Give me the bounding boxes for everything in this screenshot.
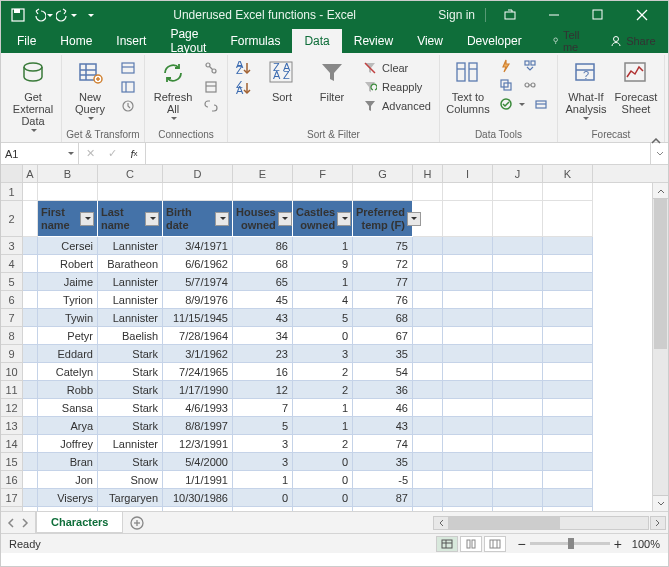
sort-za-button[interactable]: ZA bbox=[232, 79, 256, 97]
table-header-first[interactable]: First name bbox=[38, 201, 98, 237]
table-row[interactable]: 8PetyrBaelish7/28/196434067 bbox=[1, 327, 668, 345]
table-header-last[interactable]: Last name bbox=[98, 201, 163, 237]
redo-button[interactable] bbox=[55, 4, 77, 26]
forecast-sheet-button[interactable]: Forecast Sheet bbox=[612, 55, 660, 117]
tab-tellme[interactable]: Tell me bbox=[540, 29, 597, 53]
filter-dropdown[interactable] bbox=[215, 212, 229, 226]
cancel-formula-button[interactable]: ✕ bbox=[79, 147, 101, 160]
table-row[interactable]: 16JonSnow1/1/199110-5 bbox=[1, 471, 668, 489]
enter-formula-button[interactable]: ✓ bbox=[101, 147, 123, 160]
table-header-houses[interactable]: Houses owned bbox=[233, 201, 293, 237]
view-pagelayout-button[interactable] bbox=[460, 536, 482, 552]
table-row[interactable]: 15BranStark5/4/20003035 bbox=[1, 453, 668, 471]
undo-button[interactable] bbox=[31, 4, 53, 26]
table-row[interactable]: 18DaenerysTargaryen12/31/198800212 bbox=[1, 507, 668, 511]
flash-fill-button[interactable] bbox=[494, 57, 518, 75]
tab-view[interactable]: View bbox=[405, 29, 455, 53]
table-row[interactable]: 10CatelynStark7/24/196516254 bbox=[1, 363, 668, 381]
spreadsheet-grid[interactable]: A B C D E F G H I J K 12First nameLast n… bbox=[1, 165, 668, 511]
vertical-scrollbar[interactable] bbox=[652, 183, 668, 511]
properties-button[interactable] bbox=[199, 78, 223, 96]
data-validation-button[interactable] bbox=[494, 95, 529, 113]
new-sheet-button[interactable] bbox=[123, 512, 151, 533]
zoom-out-button[interactable]: − bbox=[517, 536, 525, 552]
tab-share[interactable]: Share bbox=[596, 29, 669, 53]
close-button[interactable] bbox=[622, 1, 662, 29]
insert-function-button[interactable]: fx bbox=[123, 148, 145, 160]
tab-review[interactable]: Review bbox=[342, 29, 405, 53]
col-A[interactable]: A bbox=[23, 165, 38, 182]
filter-dropdown[interactable] bbox=[278, 212, 292, 226]
relationships-button[interactable] bbox=[518, 76, 542, 94]
table-row[interactable]: 12SansaStark4/6/19937146 bbox=[1, 399, 668, 417]
reapply-button[interactable]: Reapply bbox=[358, 78, 435, 96]
table-row[interactable]: 17ViserysTargaryen10/30/19860087 bbox=[1, 489, 668, 507]
tab-file[interactable]: File bbox=[5, 29, 48, 53]
sheet-nav-prev[interactable] bbox=[7, 518, 15, 528]
table-row[interactable]: 11RobbStark1/17/199012236 bbox=[1, 381, 668, 399]
recent-sources-button[interactable] bbox=[116, 97, 140, 115]
tab-insert[interactable]: Insert bbox=[104, 29, 158, 53]
table-header-birth[interactable]: Birth date bbox=[163, 201, 233, 237]
name-box-input[interactable] bbox=[5, 148, 55, 160]
col-K[interactable]: K bbox=[543, 165, 593, 182]
new-query-button[interactable]: New Query bbox=[66, 55, 114, 122]
get-external-data-button[interactable]: Get External Data bbox=[9, 55, 57, 134]
view-normal-button[interactable] bbox=[436, 536, 458, 552]
tab-data[interactable]: Data bbox=[292, 29, 341, 53]
manage-data-model-button[interactable] bbox=[529, 95, 553, 113]
consolidate-button[interactable] bbox=[518, 57, 542, 75]
sort-az-button[interactable]: AZ bbox=[232, 59, 256, 77]
minimize-button[interactable] bbox=[534, 1, 574, 29]
col-C[interactable]: C bbox=[98, 165, 163, 182]
col-D[interactable]: D bbox=[163, 165, 233, 182]
sheet-tab-characters[interactable]: Characters bbox=[36, 512, 123, 533]
col-E[interactable]: E bbox=[233, 165, 293, 182]
table-header-castles[interactable]: Castles owned bbox=[293, 201, 353, 237]
table-header-temp[interactable]: Preferred temp (F) bbox=[353, 201, 413, 237]
formula-bar-input[interactable] bbox=[150, 148, 646, 160]
horizontal-scrollbar[interactable] bbox=[151, 512, 668, 533]
ribbon-collapse-button[interactable] bbox=[648, 135, 664, 147]
col-G[interactable]: G bbox=[353, 165, 413, 182]
maximize-button[interactable] bbox=[578, 1, 618, 29]
whatif-analysis-button[interactable]: ?What-If Analysis bbox=[562, 55, 610, 122]
advanced-button[interactable]: Advanced bbox=[358, 97, 435, 115]
tab-pagelayout[interactable]: Page Layout bbox=[158, 29, 218, 53]
edit-links-button[interactable] bbox=[199, 97, 223, 115]
qat-customize[interactable] bbox=[79, 4, 101, 26]
col-B[interactable]: B bbox=[38, 165, 98, 182]
table-row[interactable]: 3CerseiLannister3/4/197186175 bbox=[1, 237, 668, 255]
ribbon-options[interactable] bbox=[490, 1, 530, 29]
table-row[interactable]: 14JoffreyLannister12/3/19913274 bbox=[1, 435, 668, 453]
filter-dropdown[interactable] bbox=[145, 212, 159, 226]
tab-home[interactable]: Home bbox=[48, 29, 104, 53]
refresh-all-button[interactable]: Refresh All bbox=[149, 55, 197, 122]
name-box[interactable] bbox=[1, 143, 79, 164]
table-row[interactable]: 6TyrionLannister8/9/197645476 bbox=[1, 291, 668, 309]
zoom-in-button[interactable]: + bbox=[614, 536, 622, 552]
signin-link[interactable]: Sign in bbox=[428, 8, 486, 22]
zoom-slider[interactable] bbox=[530, 542, 610, 545]
filter-dropdown[interactable] bbox=[337, 212, 351, 226]
col-F[interactable]: F bbox=[293, 165, 353, 182]
tab-developer[interactable]: Developer bbox=[455, 29, 534, 53]
table-row[interactable]: 4RobertBaratheon6/6/196268972 bbox=[1, 255, 668, 273]
table-row[interactable]: 13AryaStark8/8/19975143 bbox=[1, 417, 668, 435]
save-button[interactable] bbox=[7, 4, 29, 26]
text-to-columns-button[interactable]: Text to Columns bbox=[444, 55, 492, 117]
show-queries-button[interactable] bbox=[116, 59, 140, 77]
clear-filter-button[interactable]: Clear bbox=[358, 59, 435, 77]
connections-button[interactable] bbox=[199, 59, 223, 77]
filter-button[interactable]: Filter bbox=[308, 55, 356, 105]
select-all-corner[interactable] bbox=[1, 165, 23, 182]
col-H[interactable]: H bbox=[413, 165, 443, 182]
remove-duplicates-button[interactable] bbox=[494, 76, 518, 94]
filter-dropdown[interactable] bbox=[80, 212, 94, 226]
table-row[interactable]: 5JaimeLannister5/7/197465177 bbox=[1, 273, 668, 291]
sort-button[interactable]: ZAAZSort bbox=[258, 55, 306, 105]
from-table-button[interactable] bbox=[116, 78, 140, 96]
col-I[interactable]: I bbox=[443, 165, 493, 182]
zoom-level[interactable]: 100% bbox=[632, 538, 660, 550]
sheet-nav-next[interactable] bbox=[21, 518, 29, 528]
